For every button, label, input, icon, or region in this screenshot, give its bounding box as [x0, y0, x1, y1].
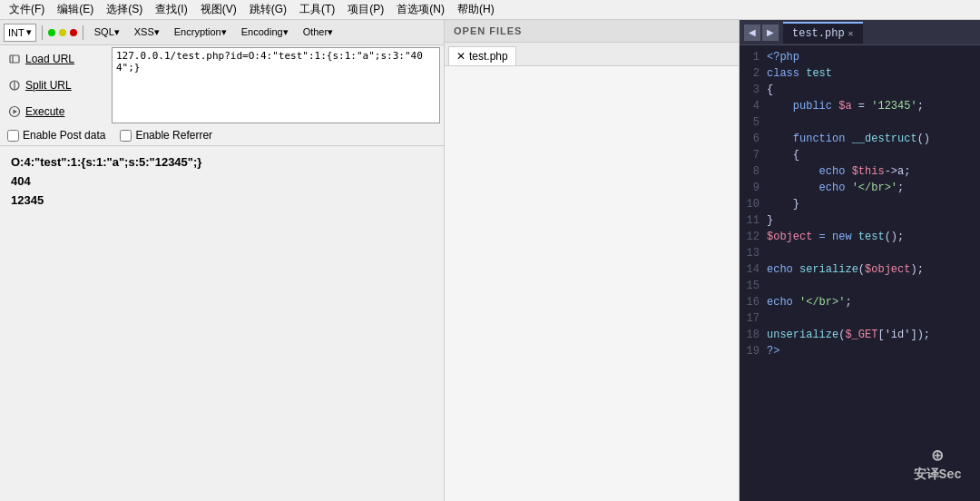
dot-yellow-icon: [59, 29, 66, 36]
line-number: 5: [740, 114, 767, 131]
line-number: 7: [740, 147, 767, 163]
line-number: 4: [740, 98, 767, 114]
line-number: 17: [740, 310, 767, 327]
editor-content: 1<?php2class test3{4 public $a = '12345'…: [740, 45, 980, 501]
output-line-2: 404: [11, 172, 433, 192]
line-number: 14: [740, 261, 767, 278]
menu-view[interactable]: 视图(V): [195, 0, 242, 19]
menu-select[interactable]: 选择(S): [101, 0, 148, 19]
menu-goto[interactable]: 跳转(G): [244, 0, 292, 19]
line-content: [767, 245, 980, 261]
split-url-button[interactable]: Split URL: [4, 76, 108, 94]
line-number: 10: [740, 196, 767, 212]
output-line-3: 12345: [11, 192, 433, 211]
editor-tab-close-icon[interactable]: ✕: [848, 28, 854, 39]
enable-referrer-text: Enable Referrer: [135, 129, 212, 142]
line-content: {: [767, 147, 980, 163]
code-line: 3{: [740, 82, 980, 98]
hackbar-toolbar: INT ▾ SQL▾ XSS▾ Encryption▾ Encoding▾ Ot…: [0, 20, 444, 45]
line-number: 16: [740, 294, 767, 310]
menu-find[interactable]: 查找(I): [150, 0, 192, 19]
menu-file[interactable]: 文件(F): [4, 0, 50, 19]
line-number: 11: [740, 212, 767, 229]
editor-tab-title: test.php: [792, 27, 845, 40]
code-line: 14echo serialize($object);: [740, 261, 980, 278]
menu-prefs[interactable]: 首选项(N): [391, 0, 450, 19]
line-number: 1: [740, 49, 767, 65]
code-line: 11}: [740, 212, 980, 229]
dot-red-icon: [70, 29, 77, 36]
load-url-label: Load URL: [25, 53, 74, 65]
encryption-button[interactable]: Encryption▾: [169, 25, 232, 39]
enable-post-label[interactable]: Enable Post data: [7, 129, 105, 142]
code-line: 13: [740, 245, 980, 261]
other-button[interactable]: Other▾: [298, 25, 339, 39]
code-line: 8 echo $this->a;: [740, 163, 980, 180]
enable-post-checkbox[interactable]: [7, 130, 19, 142]
code-line: 6 function __destruct(): [740, 131, 980, 147]
editor-next-button[interactable]: ▶: [762, 25, 779, 41]
openfiles-panel: OPEN FILES ✕ test.php: [445, 20, 740, 501]
line-content: }: [767, 212, 980, 229]
editor-prev-button[interactable]: ◀: [744, 25, 760, 41]
dropdown-arrow-icon: ▾: [26, 26, 32, 38]
svg-marker-5: [14, 109, 18, 113]
code-line: 12$object = new test();: [740, 229, 980, 245]
file-tab-icon: ✕: [456, 50, 466, 63]
line-number: 6: [740, 131, 767, 147]
enable-referrer-checkbox[interactable]: [120, 130, 132, 142]
file-tab-testphp[interactable]: ✕ test.php: [448, 46, 516, 65]
sql-button[interactable]: SQL▾: [89, 25, 125, 39]
split-url-label: Split URL: [25, 79, 72, 92]
code-line: 4 public $a = '12345';: [740, 98, 980, 114]
menu-tools[interactable]: 工具(T): [294, 0, 340, 19]
openfiles-content: [445, 66, 739, 501]
encoding-button[interactable]: Encoding▾: [236, 25, 294, 39]
execute-icon: [7, 104, 22, 119]
svg-rect-0: [10, 55, 19, 63]
line-content: class test: [767, 65, 980, 82]
menu-edit[interactable]: 编辑(E): [52, 0, 99, 19]
menu-project[interactable]: 项目(P): [342, 0, 389, 19]
code-line: 7 {: [740, 147, 980, 163]
code-line: 5: [740, 114, 980, 131]
line-content: [767, 278, 980, 294]
line-content: public $a = '12345';: [767, 98, 980, 114]
editor-header: ◀ ▶ test.php ✕: [740, 20, 980, 45]
code-line: 10 }: [740, 196, 980, 212]
hackbar-panel: INT ▾ SQL▾ XSS▾ Encryption▾ Encoding▾ Ot…: [0, 20, 445, 501]
line-number: 15: [740, 278, 767, 294]
load-url-icon: [7, 52, 22, 66]
code-line: 1<?php: [740, 49, 980, 65]
file-tab-name: test.php: [469, 50, 508, 63]
editor-tab-testphp[interactable]: test.php ✕: [783, 22, 863, 44]
execute-button[interactable]: Execute: [4, 103, 108, 121]
line-number: 13: [740, 245, 767, 261]
line-number: 18: [740, 327, 767, 343]
url-input[interactable]: [112, 47, 440, 123]
line-content: {: [767, 82, 980, 98]
line-content: function __destruct(): [767, 131, 980, 147]
code-line: 17: [740, 310, 980, 327]
code-line: 2class test: [740, 65, 980, 82]
code-line: 16echo '</br>';: [740, 294, 980, 310]
line-number: 19: [740, 343, 767, 359]
openfiles-header: OPEN FILES: [445, 20, 739, 43]
line-content: [767, 310, 980, 327]
enable-referrer-label[interactable]: Enable Referrer: [120, 129, 212, 142]
xss-button[interactable]: XSS▾: [129, 25, 165, 39]
toolbar-sep-2: [83, 25, 83, 40]
line-content: <?php: [767, 49, 980, 65]
output-line-1: O:4:"test":1:{s:1:"a";s:5:"12345";}: [11, 153, 433, 172]
line-content: echo $this->a;: [767, 163, 980, 180]
line-number: 12: [740, 229, 767, 245]
hackbar-actions: Load URL Split URL Execute: [0, 45, 444, 125]
line-content: echo '</br>';: [767, 294, 980, 310]
load-url-button[interactable]: Load URL: [4, 50, 108, 68]
int-dropdown[interactable]: INT ▾: [4, 24, 36, 42]
int-label: INT: [8, 27, 24, 38]
line-content: echo serialize($object);: [767, 261, 980, 278]
line-number: 8: [740, 163, 767, 180]
line-number: 2: [740, 65, 767, 82]
menu-help[interactable]: 帮助(H): [452, 0, 500, 19]
